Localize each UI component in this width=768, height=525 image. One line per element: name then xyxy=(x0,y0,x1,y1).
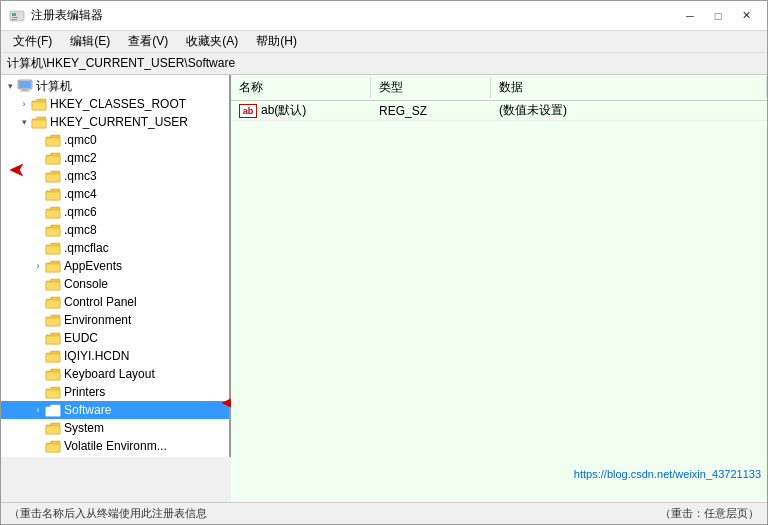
svg-rect-3 xyxy=(12,19,17,20)
folder-icon-appevents xyxy=(45,259,61,273)
title-bar-left: 注册表编辑器 xyxy=(9,7,103,24)
tree-item-system[interactable]: System xyxy=(1,419,229,437)
folder-icon-qmcflac xyxy=(45,241,61,255)
folder-icon-iqiyi xyxy=(45,349,61,363)
cell-data-default: (数值未设置) xyxy=(491,101,767,121)
tree-label-qmc8: .qmc8 xyxy=(64,221,97,239)
status-text: （重击名称后入从终端使用此注册表信息 xyxy=(9,506,207,521)
tree-label-controlpanel: Control Panel xyxy=(64,293,137,311)
svg-rect-7 xyxy=(20,91,30,92)
menu-view[interactable]: 查看(V) xyxy=(120,31,176,52)
expand-software[interactable]: › xyxy=(31,401,45,419)
computer-icon xyxy=(17,79,33,93)
tree-item-eudc[interactable]: EUDC xyxy=(1,329,229,347)
tree-item-environment[interactable]: Environment xyxy=(1,311,229,329)
menu-favorites[interactable]: 收藏夹(A) xyxy=(178,31,246,52)
address-bar: 计算机\HKEY_CURRENT_USER\Software xyxy=(1,53,767,75)
tree-item-console[interactable]: Console xyxy=(1,275,229,293)
folder-icon-qmc6 xyxy=(45,205,61,219)
expand-appevents[interactable]: › xyxy=(31,257,45,275)
folder-icon-console xyxy=(45,277,61,291)
tree-label-keyboard: Keyboard Layout xyxy=(64,365,155,383)
folder-icon-environment xyxy=(45,313,61,327)
expand-computer[interactable]: ▾ xyxy=(3,77,17,95)
cell-name-default: ab ab(默认) xyxy=(231,101,371,121)
folder-icon-controlpanel xyxy=(45,295,61,309)
svg-rect-5 xyxy=(19,81,31,88)
title-bar: 注册表编辑器 ─ □ ✕ xyxy=(1,1,767,31)
menu-help[interactable]: 帮助(H) xyxy=(248,31,305,52)
tree-item-appevents[interactable]: › AppEvents xyxy=(1,257,229,275)
tree-label-hkcr: HKEY_CLASSES_ROOT xyxy=(50,95,186,113)
folder-icon-software xyxy=(45,403,61,417)
folder-icon-qmc2 xyxy=(45,151,61,165)
tree-label-hkcu: HKEY_CURRENT_USER xyxy=(50,113,188,131)
menu-file[interactable]: 文件(F) xyxy=(5,31,60,52)
column-header-name[interactable]: 名称 xyxy=(231,77,371,98)
folder-icon-system xyxy=(45,421,61,435)
tree-pane[interactable]: ▾ 计算机 › xyxy=(1,75,231,457)
tree-label-qmc0: .qmc0 xyxy=(64,131,97,149)
tree-label-printers: Printers xyxy=(64,383,105,401)
tree-label-system: System xyxy=(64,419,104,437)
folder-icon-qmc3 xyxy=(45,169,61,183)
tree-item-volatile[interactable]: Volatile Environm... xyxy=(1,437,229,455)
address-text: 计算机\HKEY_CURRENT_USER\Software xyxy=(7,55,235,72)
folder-icon-qmc8 xyxy=(45,223,61,237)
folder-icon-qmc4 xyxy=(45,187,61,201)
tree-item-hkcr[interactable]: › HKEY_CLASSES_ROOT xyxy=(1,95,229,113)
svg-rect-2 xyxy=(12,17,18,18)
tree-label-environment: Environment xyxy=(64,311,131,329)
tree-label-computer: 计算机 xyxy=(36,77,72,95)
window-controls: ─ □ ✕ xyxy=(677,5,759,27)
folder-icon-volatile xyxy=(45,439,61,453)
menu-edit[interactable]: 编辑(E) xyxy=(62,31,118,52)
maximize-button[interactable]: □ xyxy=(705,5,731,27)
folder-icon-qmc0 xyxy=(45,133,61,147)
minimize-button[interactable]: ─ xyxy=(677,5,703,27)
cell-type-default: REG_SZ xyxy=(371,102,491,120)
tree-label-iqiyi: IQIYI.HCDN xyxy=(64,347,129,365)
svg-rect-6 xyxy=(22,89,28,91)
tree-item-qmc4[interactable]: .qmc4 xyxy=(1,185,229,203)
tree-item-software[interactable]: › Software xyxy=(1,401,229,419)
menu-bar: 文件(F) 编辑(E) 查看(V) 收藏夹(A) 帮助(H) xyxy=(1,31,767,53)
main-content: ▾ 计算机 › xyxy=(1,75,767,502)
column-header-data[interactable]: 数据 xyxy=(491,77,767,98)
tree-item-computer[interactable]: ▾ 计算机 xyxy=(1,77,229,95)
tree-item-qmc6[interactable]: .qmc6 xyxy=(1,203,229,221)
tree-label-qmc6: .qmc6 xyxy=(64,203,97,221)
tree-item-controlpanel[interactable]: Control Panel xyxy=(1,293,229,311)
tree-item-hkcu[interactable]: ▾ HKEY_CURRENT_USER xyxy=(1,113,229,131)
close-button[interactable]: ✕ xyxy=(733,5,759,27)
tree-item-qmc3[interactable]: .qmc3 xyxy=(1,167,229,185)
svg-rect-1 xyxy=(12,13,16,16)
tree-item-qmcflac[interactable]: .qmcflac xyxy=(1,239,229,257)
details-row-default[interactable]: ab ab(默认) REG_SZ (数值未设置) xyxy=(231,101,767,121)
tree-label-appevents: AppEvents xyxy=(64,257,122,275)
expand-qmc0 xyxy=(31,131,45,149)
registry-editor-window: 注册表编辑器 ─ □ ✕ 文件(F) 编辑(E) 查看(V) 收藏夹(A) 帮助… xyxy=(0,0,768,525)
details-header: 名称 类型 数据 xyxy=(231,75,767,101)
tree-item-qmc2[interactable]: .qmc2 xyxy=(1,149,229,167)
tree-item-iqiyi[interactable]: IQIYI.HCDN xyxy=(1,347,229,365)
expand-hkcr[interactable]: › xyxy=(17,95,31,113)
tree-item-keyboard[interactable]: Keyboard Layout xyxy=(1,365,229,383)
column-header-type[interactable]: 类型 xyxy=(371,77,491,98)
tree-label-volatile: Volatile Environm... xyxy=(64,437,167,455)
expand-hkcu[interactable]: ▾ xyxy=(17,113,31,131)
tree-item-qmc8[interactable]: .qmc8 xyxy=(1,221,229,239)
app-icon xyxy=(9,8,25,24)
tree-label-software: Software xyxy=(64,401,111,419)
tree-item-qmc0[interactable]: .qmc0 xyxy=(1,131,229,149)
tree-label-console: Console xyxy=(64,275,108,293)
tree-label-qmc2: .qmc2 xyxy=(64,149,97,167)
tree-label-qmc3: .qmc3 xyxy=(64,167,97,185)
tree-item-printers[interactable]: Printers xyxy=(1,383,229,401)
folder-icon-hkcr xyxy=(31,97,47,111)
folder-icon-printers xyxy=(45,385,61,399)
tree-label-qmc4: .qmc4 xyxy=(64,185,97,203)
details-scroll[interactable]: ab ab(默认) REG_SZ (数值未设置) xyxy=(231,101,767,502)
ab-icon: ab xyxy=(239,104,257,118)
folder-icon-hkcu xyxy=(31,115,47,129)
